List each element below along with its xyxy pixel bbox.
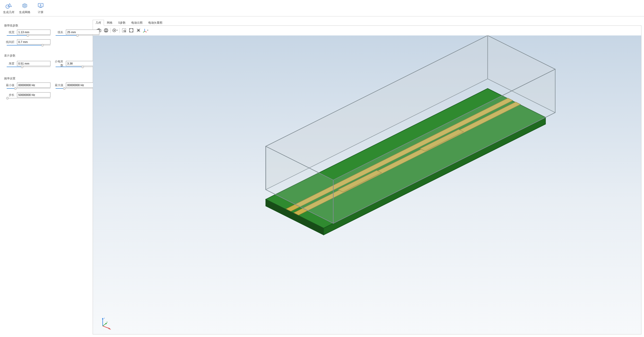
substrate-title: 基片参数 [4, 54, 89, 58]
svg-rect-16 [104, 30, 108, 31]
svg-text:x: x [110, 328, 111, 330]
line-spacing-slider[interactable] [7, 45, 50, 45]
svg-line-31 [143, 31, 145, 32]
mesh-icon [21, 2, 29, 10]
freq-min-slider[interactable] [7, 88, 50, 89]
freq-step-label: 步长 [4, 93, 14, 97]
generate-mesh-label: 生成网格 [19, 10, 30, 14]
freq-min-label: 最小值 [4, 83, 14, 87]
print-button[interactable] [103, 27, 109, 34]
top-toolbar: 生成几何 生成网格 [0, 0, 644, 16]
line-spacing-input[interactable] [17, 39, 50, 44]
generate-geometry-label: 生成几何 [3, 10, 14, 14]
svg-text:y: y [107, 321, 108, 323]
line-width-label: 线宽 [4, 30, 14, 34]
geometry-icon [5, 2, 13, 10]
rotate-view-button[interactable] [142, 27, 149, 34]
zoom-box-button[interactable] [121, 27, 127, 34]
thickness-slider[interactable] [7, 67, 50, 67]
axis-triad: z x y [98, 316, 112, 330]
zoom-selection-icon [136, 28, 141, 34]
svg-rect-15 [98, 29, 100, 29]
line-spacing-label: 线间距 [4, 40, 14, 44]
content-area: 几何 网格 S参数 电场云图 电场矢量图 [93, 16, 644, 337]
compute-label: 计算 [38, 10, 43, 14]
generate-mesh-button[interactable]: 生成网格 [18, 1, 31, 15]
microstrip-title: 微带线参数 [4, 24, 89, 28]
toolbar-separator [110, 28, 111, 33]
tab-sparams[interactable]: S参数 [115, 20, 128, 26]
zoom-box-icon [121, 28, 127, 34]
axes-dropdown-icon [143, 28, 149, 34]
permittivity-label: 介电常数 [53, 60, 63, 67]
tab-efield-vector[interactable]: 电场矢量图 [145, 20, 165, 26]
parameters-sidebar: 微带线参数 线宽 线长 线间距 [0, 16, 93, 337]
svg-point-20 [114, 30, 115, 31]
viewport-3d[interactable]: z x y [93, 35, 641, 334]
substrate-section: 基片参数 厚度 介电常数 [4, 54, 89, 67]
freq-step-input[interactable] [17, 92, 50, 97]
freq-min-input[interactable] [17, 83, 50, 88]
tab-efield-cloud[interactable]: 电场云图 [128, 20, 145, 26]
canvas-wrap: z x y [93, 25, 641, 334]
view-tabs: 几何 网格 S参数 电场云图 电场矢量图 [93, 20, 641, 25]
zoom-selection-button[interactable] [135, 27, 142, 34]
toolbar-separator [119, 28, 120, 33]
canvas-toolbar [93, 26, 641, 35]
line-width-input[interactable] [17, 30, 50, 35]
line-length-label: 线长 [53, 30, 63, 34]
printer-icon [103, 28, 109, 34]
svg-line-47 [103, 326, 109, 329]
generate-geometry-button[interactable]: 生成几何 [2, 1, 15, 15]
zoom-extents-button[interactable] [128, 27, 135, 34]
line-length-input[interactable] [66, 30, 99, 35]
svg-marker-46 [102, 318, 103, 319]
frequency-title: 频率设置 [4, 77, 89, 80]
svg-marker-21 [117, 30, 118, 31]
svg-marker-10 [40, 4, 42, 6]
svg-marker-32 [147, 30, 148, 31]
geometry-render [93, 35, 641, 334]
compute-button[interactable]: 计算 [34, 1, 47, 15]
tab-geometry[interactable]: 几何 [93, 20, 104, 26]
line-width-slider[interactable] [7, 35, 50, 36]
freq-max-label: 最大值 [53, 83, 63, 87]
svg-point-23 [124, 30, 125, 32]
view-settings-button[interactable] [112, 27, 118, 34]
tab-mesh[interactable]: 网格 [104, 20, 115, 26]
svg-rect-17 [105, 29, 107, 30]
compute-icon [37, 2, 45, 10]
badge-dropdown-icon [112, 28, 118, 34]
freq-step-slider[interactable] [7, 98, 50, 98]
svg-line-30 [145, 31, 147, 32]
svg-text:z: z [104, 317, 105, 319]
microstrip-section: 微带线参数 线宽 线长 线间距 [4, 24, 89, 44]
zoom-extents-icon [129, 28, 134, 34]
thickness-input[interactable] [17, 61, 50, 66]
frequency-section: 频率设置 最小值 最大值 步长 [4, 77, 89, 97]
thickness-label: 厚度 [4, 62, 14, 66]
